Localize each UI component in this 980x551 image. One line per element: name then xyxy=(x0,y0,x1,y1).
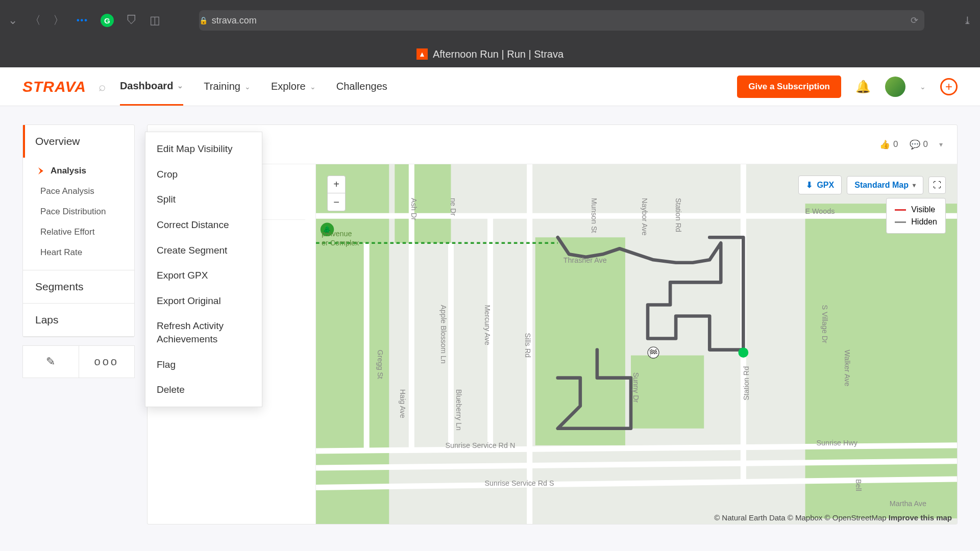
comment-icon: 💬 xyxy=(910,139,920,150)
download-icon[interactable]: ⤓ xyxy=(963,14,972,27)
add-icon[interactable]: + xyxy=(940,78,958,95)
menu-edit-map-visibility[interactable]: Edit Map Visibility xyxy=(145,136,262,162)
zoom-in-button[interactable]: + xyxy=(328,176,345,193)
panel-body: s GAP Elev :33/mi2ft :17/mi-10ft :22/mi3… xyxy=(148,164,957,524)
menu-delete[interactable]: Delete xyxy=(145,377,262,403)
menu-correct-distance[interactable]: Correct Distance xyxy=(145,212,262,238)
svg-text:Sunny Dr: Sunny Dr xyxy=(632,372,640,403)
reload-icon[interactable]: ⟳ xyxy=(904,15,924,26)
extension-dots-icon[interactable]: ••• xyxy=(77,16,88,25)
privacy-icon[interactable]: ◫ xyxy=(150,14,160,27)
menu-create-segment[interactable]: Create Segment xyxy=(145,238,262,263)
svg-rect-2 xyxy=(395,164,451,243)
menu-split[interactable]: Split xyxy=(145,187,262,212)
activity-sidebar: Overview Analysis Pace Analysis Pace Dis… xyxy=(22,124,135,337)
svg-text:Station Rd: Station Rd xyxy=(674,198,682,232)
strava-logo[interactable]: STRAVA xyxy=(22,78,86,95)
edit-button[interactable]: ✎ xyxy=(23,346,79,378)
chevron-down-icon: ⌄ xyxy=(244,83,251,91)
bell-icon[interactable]: 🔔 xyxy=(855,80,871,94)
forward-icon[interactable]: 〉 xyxy=(53,13,64,28)
menu-refresh-achievements[interactable]: Refresh Activity Achievements xyxy=(145,313,262,352)
dropdown-icon[interactable]: ⌄ xyxy=(8,14,17,27)
sidebar-pace-distribution[interactable]: Pace Distribution xyxy=(23,202,134,222)
map-style-select[interactable]: Standard Map▾ xyxy=(847,176,923,194)
svg-text:🏁: 🏁 xyxy=(649,348,658,358)
sidebar-pace-analysis[interactable]: Pace Analysis xyxy=(23,181,134,202)
subscribe-button[interactable]: Give a Subscription xyxy=(737,76,841,98)
start-marker-icon xyxy=(738,347,748,358)
svg-text:Station Rd: Station Rd xyxy=(742,366,750,400)
grammarly-icon[interactable]: G xyxy=(101,14,114,27)
more-button[interactable]: ooo xyxy=(79,346,135,378)
avatar[interactable] xyxy=(885,77,905,97)
chevron-down-icon[interactable]: ⌄ xyxy=(920,83,926,91)
svg-text:p Avenue: p Avenue xyxy=(322,230,352,238)
svg-text:E Woods: E Woods xyxy=(805,207,835,215)
map-controls-right: ⬇GPX Standard Map▾ ⛶ xyxy=(798,176,946,194)
panel-header: mino – Run 👍0 💬0 ▾ xyxy=(148,125,957,164)
nav-challenges[interactable]: Challenges xyxy=(336,67,387,106)
svg-text:Sills Rd: Sills Rd xyxy=(524,333,532,358)
header-actions: 👍0 💬0 ▾ xyxy=(879,139,943,150)
chevron-down-icon: ⌄ xyxy=(177,82,183,90)
sidebar-relative-effort[interactable]: Relative Effort xyxy=(23,222,134,242)
sidebar-analysis[interactable]: Analysis xyxy=(23,161,134,181)
svg-text:Bell: Bell xyxy=(854,479,863,491)
nav-explore[interactable]: Explore ⌄ xyxy=(271,67,316,106)
svg-text:Apple Blossom Ln: Apple Blossom Ln xyxy=(439,305,448,363)
svg-text:Sunrise Service Rd S: Sunrise Service Rd S xyxy=(485,479,554,487)
sidebar-overview[interactable]: Overview xyxy=(23,125,134,158)
comments-count[interactable]: 💬0 xyxy=(910,139,928,150)
nav-dashboard[interactable]: Dashboard ⌄ xyxy=(120,67,183,106)
svg-text:Walker Ave: Walker Ave xyxy=(843,350,851,387)
map-canvas[interactable]: 🏁 🌲 Ash Dr ne Dr p Avenue er Complex App… xyxy=(316,164,957,524)
svg-rect-5 xyxy=(631,356,704,429)
content-area: Overview Analysis Pace Analysis Pace Dis… xyxy=(0,106,980,524)
menu-flag[interactable]: Flag xyxy=(145,352,262,378)
download-icon: ⬇ xyxy=(806,180,813,190)
svg-text:ne Dr: ne Dr xyxy=(449,198,457,216)
menu-export-gpx[interactable]: Export GPX xyxy=(145,263,262,288)
legend-visible: Visible xyxy=(895,204,937,216)
svg-rect-3 xyxy=(535,237,625,445)
url-bar[interactable]: 🔒 strava.com ⟳ xyxy=(199,10,924,31)
menu-export-original[interactable]: Export Original xyxy=(145,288,262,314)
svg-text:Ash Dr: Ash Dr xyxy=(410,198,418,220)
sidebar-actions: ✎ ooo xyxy=(22,345,135,378)
browser-tab-bar: ▲ Afternoon Run | Run | Strava xyxy=(0,41,980,67)
shield-icon[interactable]: ⛉ xyxy=(126,14,137,27)
svg-text:Haig Ave: Haig Ave xyxy=(399,389,407,418)
zoom-out-button[interactable]: − xyxy=(328,193,345,211)
nav-training[interactable]: Training ⌄ xyxy=(204,67,251,106)
main-panel: mino – Run 👍0 💬0 ▾ s GAP Elev :33/mi2ft … xyxy=(147,124,958,524)
sidebar-laps[interactable]: Laps xyxy=(23,304,134,336)
svg-text:er Complex: er Complex xyxy=(322,239,359,247)
sidebar-wrap: Overview Analysis Pace Analysis Pace Dis… xyxy=(22,124,135,524)
sidebar-heart-rate[interactable]: Heart Rate xyxy=(23,242,134,263)
chevron-down-icon: ▾ xyxy=(913,182,916,189)
activity-context-menu: Edit Map Visibility Crop Split Correct D… xyxy=(145,132,262,407)
kudos-count[interactable]: 👍0 xyxy=(879,139,898,150)
search-icon[interactable]: ⌕ xyxy=(99,80,106,94)
gpx-button[interactable]: ⬇GPX xyxy=(798,176,842,194)
svg-text:Blueberry Ln: Blueberry Ln xyxy=(455,389,463,431)
sidebar-segments[interactable]: Segments xyxy=(23,270,134,303)
back-icon[interactable]: 〈 xyxy=(30,13,41,28)
menu-crop[interactable]: Crop xyxy=(145,162,262,187)
map-legend: Visible Hidden xyxy=(886,198,946,234)
finish-marker-icon: 🏁 xyxy=(648,347,659,358)
fullscreen-button[interactable]: ⛶ xyxy=(928,177,946,194)
panel-menu-icon[interactable]: ▾ xyxy=(939,140,943,148)
map[interactable]: 🏁 🌲 Ash Dr ne Dr p Avenue er Complex App… xyxy=(316,164,957,524)
svg-text:Martha Ave: Martha Ave xyxy=(890,499,926,508)
svg-text:Sunrise Service Rd N: Sunrise Service Rd N xyxy=(445,441,515,449)
url-text: strava.com xyxy=(212,15,257,26)
svg-rect-4 xyxy=(805,204,957,518)
thumbs-up-icon: 👍 xyxy=(879,139,890,150)
app-header: STRAVA ⌕ Dashboard ⌄ Training ⌄ Explore … xyxy=(0,67,980,106)
improve-map-link[interactable]: Improve this map xyxy=(889,513,952,522)
tab-favicon-icon: ▲ xyxy=(416,48,428,60)
tab-title: Afternoon Run | Run | Strava xyxy=(433,48,564,60)
svg-text:S Village Dr: S Village Dr xyxy=(821,305,829,343)
